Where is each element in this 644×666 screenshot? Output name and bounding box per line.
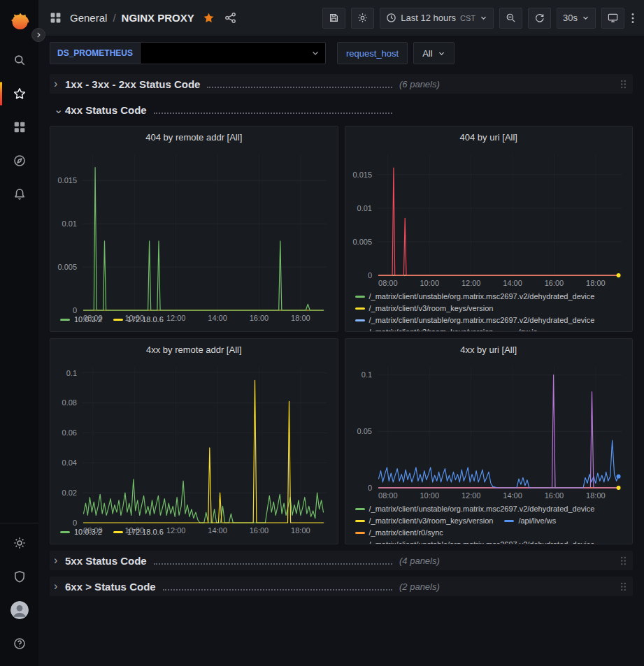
panel-404-by-remote-addr: 404 by remote addr [All] 08:0010:0012:00… <box>50 126 338 332</box>
legend-item[interactable]: /api/live/ws <box>504 515 556 527</box>
panel-title[interactable]: 4xx by uri [All] <box>345 339 633 360</box>
time-range-picker[interactable]: Last 12 hours CST <box>380 8 494 29</box>
sidebar-item-dashboards[interactable] <box>0 110 38 144</box>
chevron-right-icon: › <box>54 78 65 89</box>
sidebar-item-alerting[interactable] <box>0 178 38 211</box>
legend-series-swatch <box>355 319 365 321</box>
legend-item[interactable]: /_matrix/client/unstable/org.matrix.msc2… <box>355 291 595 303</box>
legend-item[interactable]: /_matrix/client/v3/room_keys/version <box>355 326 494 331</box>
svg-text:16:00: 16:00 <box>250 314 269 322</box>
row-4xx[interactable]: ⌄ 4xx Status Code <box>50 100 633 120</box>
page-title[interactable]: NGINX PROXY <box>122 12 194 24</box>
legend-series-label: /_matrix/client/unstable/org.matrix.msc2… <box>369 539 595 544</box>
svg-text:0: 0 <box>73 519 77 527</box>
svg-text:0.06: 0.06 <box>62 428 77 437</box>
row-title: 6xx > Status Code <box>65 581 156 593</box>
legend-item[interactable]: /_matrix/client/r0/sync <box>355 527 443 539</box>
dotted-leader <box>154 563 392 565</box>
svg-text:0.01: 0.01 <box>357 204 371 212</box>
svg-text:0: 0 <box>367 271 371 280</box>
legend-series-label: /_matrix/client/unstable/org.matrix.msc2… <box>369 314 595 326</box>
compass-icon <box>13 154 26 167</box>
sidebar-bottom <box>0 523 38 660</box>
dotted-leader <box>163 589 392 591</box>
time-series-plot[interactable]: 08:0010:0012:0014:0016:0018:0000.0050.01… <box>50 147 338 312</box>
breadcrumb-section[interactable]: General <box>70 12 107 24</box>
row-5xx[interactable]: › 5xx Status Code (4 panels) <box>50 551 633 570</box>
svg-text:0.05: 0.05 <box>357 427 371 435</box>
refresh-interval-picker[interactable]: 30s <box>557 8 596 29</box>
sidebar-expand-button[interactable] <box>31 28 45 42</box>
kebab-icon <box>631 13 634 24</box>
refresh-button[interactable] <box>528 8 551 29</box>
timezone-label: CST <box>460 14 475 22</box>
panel-title[interactable]: 404 by uri [All] <box>345 126 633 147</box>
sidebar-item-profile[interactable] <box>0 593 38 627</box>
legend-item[interactable]: /_matrix/client/unstable/org.matrix.msc2… <box>355 503 595 515</box>
svg-text:14:00: 14:00 <box>208 526 227 535</box>
dashboard-body: › 1xx - 3xx - 2xx Status Code (6 panels)… <box>38 68 644 666</box>
grafana-logo-icon <box>8 10 31 34</box>
row-drag-handle[interactable] <box>620 79 627 89</box>
grafana-app: General / NGINX PROXY <box>0 0 644 666</box>
cycle-view-mode-button[interactable] <box>601 8 624 29</box>
top-nav: General / NGINX PROXY <box>38 0 644 36</box>
sidebar-item-help[interactable] <box>0 627 38 660</box>
row-drag-handle[interactable] <box>620 556 627 566</box>
row-title: 5xx Status Code <box>65 555 147 567</box>
panel-legend: /_matrix/client/unstable/org.matrix.msc2… <box>345 502 633 544</box>
dashboards-grid-icon <box>13 121 26 133</box>
svg-text:0.01: 0.01 <box>62 219 77 228</box>
favorite-star-button[interactable] <box>201 10 216 25</box>
datasource-variable-select[interactable] <box>140 42 326 64</box>
request-host-variable-select[interactable]: All <box>413 42 454 64</box>
row-1xx-3xx-2xx[interactable]: › 1xx - 3xx - 2xx Status Code (6 panels) <box>50 74 633 94</box>
panel-4xx-by-uri: 4xx by uri [All] 08:0010:0012:0014:0016:… <box>345 338 634 544</box>
panel-title-text: 404 by remote addr [All] <box>145 132 242 143</box>
legend-series-swatch <box>355 520 365 522</box>
legend-item[interactable]: /_matrix/client/v3/room_keys/version <box>355 515 494 527</box>
dotted-leader <box>154 113 392 114</box>
legend-item[interactable]: /_matrix/client/unstable/org.matrix.msc2… <box>355 539 595 544</box>
chevron-right-icon <box>35 31 42 38</box>
save-dashboard-button[interactable] <box>322 8 345 29</box>
save-icon <box>329 13 339 23</box>
panel-title[interactable]: 404 by remote addr [All] <box>50 126 338 147</box>
apps-menu-button[interactable] <box>48 10 63 25</box>
row-drag-handle[interactable] <box>620 581 627 592</box>
panel-title[interactable]: 4xx by remote addr [All] <box>50 339 338 360</box>
time-series-plot[interactable]: 08:0010:0012:0014:0016:0018:0000.050.1 <box>345 360 633 502</box>
share-button[interactable] <box>223 10 238 25</box>
row-6xx[interactable]: › 6xx > Status Code (2 panels) <box>50 577 633 596</box>
zoom-out-icon <box>506 13 516 23</box>
legend-item[interactable]: /sw.js <box>504 326 537 331</box>
row-panel-count: (6 panels) <box>399 79 440 89</box>
dotted-leader <box>207 87 392 88</box>
datasource-variable-label[interactable]: DS_PROMETHEUS <box>50 42 140 64</box>
legend-series-label: /sw.js <box>518 326 537 331</box>
legend-item[interactable]: /_matrix/client/unstable/org.matrix.msc2… <box>355 314 595 326</box>
sidebar-item-configuration[interactable] <box>0 526 38 560</box>
request-host-variable-label[interactable]: request_host <box>337 42 408 64</box>
monitor-icon <box>608 13 618 23</box>
zoom-out-button[interactable] <box>499 8 522 29</box>
sidebar-item-starred[interactable] <box>0 77 38 110</box>
chevron-down-icon <box>480 14 487 22</box>
time-series-plot[interactable]: 08:0010:0012:0014:0016:0018:0000.020.040… <box>50 360 338 525</box>
sidebar-item-search[interactable] <box>0 43 38 77</box>
sidebar-item-server-admin[interactable] <box>0 560 38 593</box>
legend-series-swatch <box>355 296 365 298</box>
sidebar-item-explore[interactable] <box>0 144 38 178</box>
time-series-plot[interactable]: 08:0010:0012:0014:0016:0018:0000.0050.01… <box>345 147 633 289</box>
star-icon <box>13 87 26 100</box>
more-options-button[interactable] <box>630 10 636 27</box>
svg-text:0.04: 0.04 <box>62 458 77 467</box>
svg-text:16:00: 16:00 <box>250 526 269 535</box>
request-host-label-text: request_host <box>346 48 399 59</box>
legend-series-label: /_matrix/client/v3/room_keys/version <box>369 515 494 527</box>
svg-text:12:00: 12:00 <box>461 491 480 500</box>
svg-text:0: 0 <box>367 484 371 492</box>
dashboard-settings-button[interactable] <box>351 8 374 29</box>
grafana-logo[interactable] <box>8 10 31 34</box>
legend-item[interactable]: /_matrix/client/v3/room_keys/version <box>355 303 494 314</box>
